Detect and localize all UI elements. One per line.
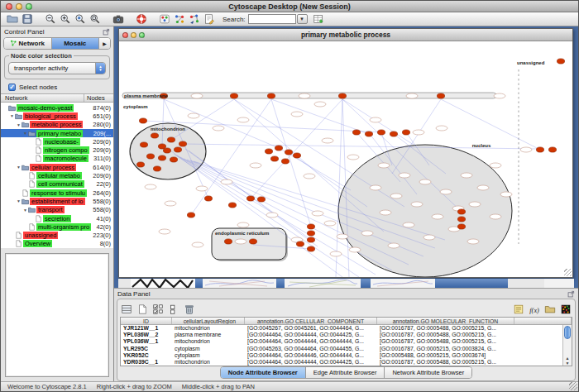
background-window[interactable] — [285, 279, 361, 288]
network-node[interactable] — [139, 118, 146, 123]
network-node-unhighlighted[interactable] — [411, 202, 423, 207]
network-node[interactable] — [377, 130, 385, 135]
table-cell[interactable]: [GO:0016787, GO:0005488, GO:0005215, G..… — [377, 332, 514, 338]
table-scrollbar[interactable]: ▲▼ — [562, 325, 572, 366]
network-node-unhighlighted[interactable] — [312, 211, 323, 216]
network-node-unhighlighted[interactable] — [330, 251, 342, 256]
tree-item-cell-communicat[interactable]: cell communicat22(0) — [1, 180, 113, 189]
tab-network[interactable]: Network — [4, 38, 52, 49]
tree-item-nucleobase-[interactable]: nucleobase-209(0) — [1, 137, 113, 146]
network-node-unhighlighted[interactable] — [347, 155, 359, 160]
save-session-icon[interactable] — [21, 12, 34, 26]
table-row[interactable]: YPL036W__1mitochondrion[GO:0044464, GO:0… — [121, 338, 572, 345]
network-node[interactable] — [293, 153, 300, 158]
network-node-unhighlighted[interactable] — [440, 189, 452, 194]
help-ring-icon[interactable] — [135, 12, 148, 26]
new-attribute-icon[interactable] — [136, 303, 149, 316]
network-node[interactable] — [153, 166, 160, 171]
network-node[interactable] — [285, 150, 292, 155]
network-node[interactable] — [174, 147, 181, 152]
network-node-unhighlighted[interactable] — [370, 185, 381, 190]
column-header-annotation.GO MOLECULAR_FUNCTION[interactable]: annotation.GO MOLECULAR_FUNCTION — [377, 318, 514, 324]
network-node[interactable] — [275, 146, 282, 151]
unselect-attributes-icon[interactable] — [167, 303, 180, 316]
background-window-border[interactable] — [361, 279, 371, 288]
network-node-unhighlighted[interactable] — [159, 229, 170, 234]
network-node-unhighlighted[interactable] — [419, 179, 431, 184]
tree-item-establishment-of-lo[interactable]: ▼establishment of lo558(0) — [1, 197, 113, 205]
network-node[interactable] — [390, 131, 397, 136]
network-node-unhighlighted[interactable] — [399, 173, 410, 178]
background-window[interactable] — [118, 279, 131, 288]
network-node-unhighlighted[interactable] — [250, 163, 261, 168]
table-cell[interactable]: [GO:0044464, GO:0044444, GO:0044425, G..… — [245, 332, 377, 338]
search-dropdown-button[interactable]: ▼ — [297, 14, 308, 24]
network-node[interactable] — [257, 197, 265, 202]
zoom-fit-icon[interactable] — [89, 12, 102, 26]
network-node-unhighlighted[interactable] — [436, 126, 447, 131]
network-node-unhighlighted[interactable] — [490, 214, 501, 219]
take-snapshot-icon[interactable] — [112, 12, 125, 26]
network-node[interactable] — [437, 93, 444, 98]
network-node[interactable] — [179, 141, 186, 146]
network-node[interactable] — [365, 131, 372, 136]
attribute-grid-icon[interactable] — [120, 303, 133, 316]
tree-expand-arrow[interactable]: ▼ — [22, 208, 28, 213]
table-cell[interactable]: mitochondrion — [172, 325, 245, 332]
zoom-selected-region-icon[interactable] — [74, 12, 87, 26]
tree-item-cellular-metabo[interactable]: cellular metabo209(0) — [1, 171, 113, 179]
network-node[interactable] — [557, 59, 564, 64]
background-window[interactable] — [371, 279, 435, 288]
network-node-unhighlighted[interactable] — [299, 93, 310, 98]
network-node-unhighlighted[interactable] — [490, 163, 501, 168]
network-node-unhighlighted[interactable] — [237, 117, 249, 122]
tree-expand-arrow[interactable]: ▼ — [16, 122, 22, 127]
network-node[interactable] — [158, 155, 165, 160]
network-node[interactable] — [281, 159, 289, 164]
network-node[interactable] — [296, 241, 304, 246]
network-node-unhighlighted[interactable] — [304, 174, 315, 179]
network-node[interactable] — [224, 239, 232, 244]
network-node-unhighlighted[interactable] — [291, 112, 303, 117]
table-cell[interactable]: [GO:0044464, GO:0044444, GO:0044425, G..… — [245, 359, 377, 366]
table-row[interactable]: YDR039C__1mitochondrion[GO:0044464, GO:0… — [121, 359, 572, 366]
select-attributes-icon[interactable] — [151, 303, 165, 316]
matrix-view-icon[interactable] — [559, 303, 572, 316]
network-node-unhighlighted[interactable] — [378, 163, 390, 168]
network-node[interactable] — [163, 148, 170, 153]
network-node[interactable] — [204, 196, 212, 201]
tab-edge-attribute-browser[interactable]: Edge Attribute Browser — [306, 367, 385, 378]
table-cell[interactable]: YJR121W__1 — [121, 325, 172, 332]
network-node-unhighlighted[interactable] — [477, 185, 489, 190]
network-node[interactable] — [230, 93, 237, 98]
network-node-unhighlighted[interactable] — [237, 222, 249, 227]
network-node-unhighlighted[interactable] — [469, 202, 481, 207]
tab-scroll-right-button[interactable]: ▶ — [99, 38, 110, 49]
tree-item-transport[interactable]: ▼transport558(0) — [1, 206, 113, 214]
tree-column-network[interactable]: Network — [1, 94, 84, 102]
network-node-unhighlighted[interactable] — [388, 243, 400, 248]
network-node-unhighlighted[interactable] — [266, 213, 278, 218]
background-window-border[interactable] — [195, 279, 203, 288]
network-node[interactable] — [246, 196, 254, 201]
network-node-unhighlighted[interactable] — [337, 234, 348, 239]
network-node[interactable] — [267, 93, 275, 98]
tree-item-nitrogen-compo[interactable]: nitrogen compo209(0) — [1, 146, 113, 154]
tab-mosaic[interactable]: Mosaic — [52, 38, 100, 49]
tree-expand-arrow[interactable]: ▼ — [16, 198, 22, 203]
window-resize-grip[interactable] — [564, 269, 572, 276]
network-node-unhighlighted[interactable] — [500, 192, 512, 197]
network-node[interactable] — [548, 147, 556, 152]
tree-item-secretion[interactable]: secretion41(0) — [1, 214, 113, 222]
network-node[interactable] — [170, 157, 177, 162]
import-attributes-icon[interactable] — [543, 303, 557, 316]
layout-network-icon[interactable] — [173, 12, 186, 26]
table-row[interactable]: YLR295Ccytoplasm[GO:0045263, GO:0044464,… — [121, 346, 572, 352]
table-cell[interactable]: [GO:0005488, GO:0005215, GO:0003674] — [377, 352, 514, 359]
network-node-unhighlighted[interactable] — [520, 147, 532, 152]
column-header-_cellularLayoutRegion[interactable]: _cellularLayoutRegion — [172, 318, 245, 324]
network-node[interactable] — [352, 130, 360, 135]
notes-icon[interactable] — [512, 303, 525, 316]
network-node-unhighlighted[interactable] — [188, 113, 199, 118]
column-header-annotation.GO CELLULAR_COMPONENT[interactable]: annotation.GO CELLULAR_COMPONENT — [245, 318, 377, 324]
